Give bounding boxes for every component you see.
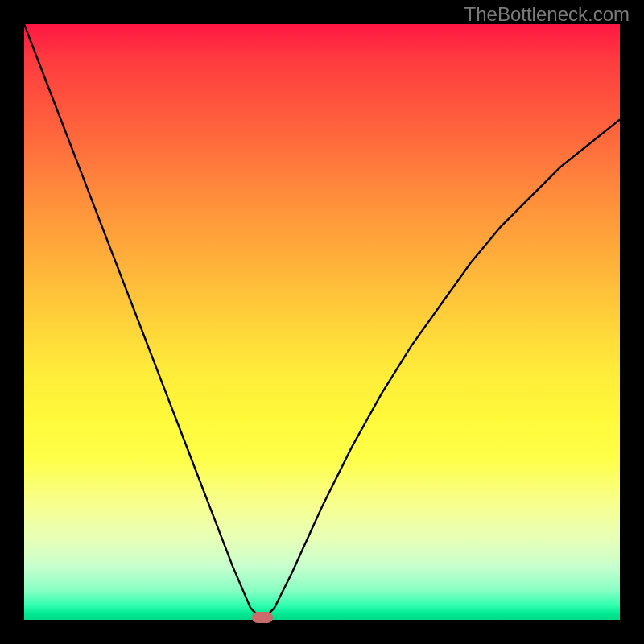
bottleneck-curve <box>24 24 620 620</box>
watermark-text: TheBottleneck.com <box>464 3 630 26</box>
optimal-point-marker <box>252 612 273 623</box>
